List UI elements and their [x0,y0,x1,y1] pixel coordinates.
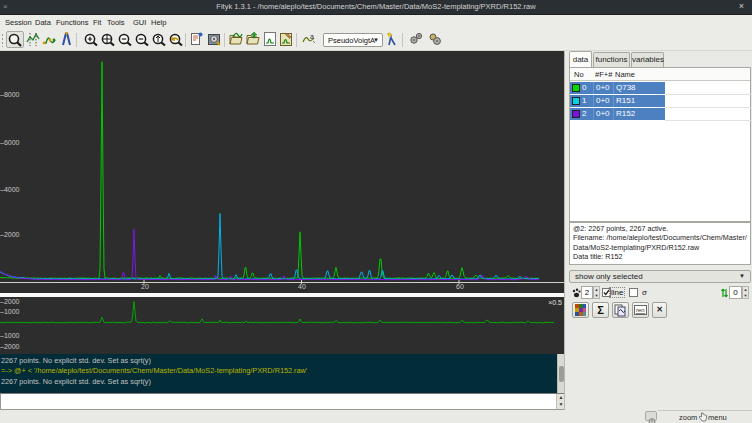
svg-text:ren: ren [636,307,645,313]
svg-text:a: a [310,33,314,40]
